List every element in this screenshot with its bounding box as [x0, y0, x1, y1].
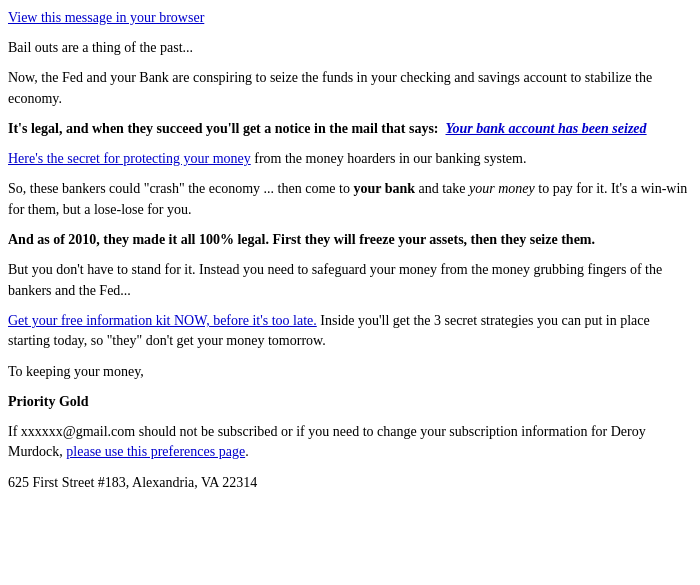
paragraph-2010-legal: And as of 2010, they made it all 100% le… — [8, 230, 692, 250]
paragraph-keeping-money: To keeping your money, — [8, 362, 692, 382]
email-body: View this message in your browser Bail o… — [8, 10, 692, 493]
paragraph-fed-bank: Now, the Fed and your Bank are conspirin… — [8, 68, 692, 109]
paragraph-crash-economy: So, these bankers could "crash" the econ… — [8, 179, 692, 220]
paragraph-secret-protecting: Here's the secret for protecting your mo… — [8, 149, 692, 169]
paragraph-legal-notice: It's legal, and when they succeed you'll… — [8, 119, 692, 139]
bank-account-seized-link[interactable]: Your bank account has been seized — [446, 121, 647, 136]
paragraph-free-kit: Get your free information kit NOW, befor… — [8, 311, 692, 352]
paragraph-unsubscribe: If xxxxxx@gmail.com should not be subscr… — [8, 422, 692, 463]
paragraph-address: 625 First Street #183, Alexandria, VA 22… — [8, 473, 692, 493]
paragraph-priority-gold: Priority Gold — [8, 392, 692, 412]
secret-protecting-money-link[interactable]: Here's the secret for protecting your mo… — [8, 151, 251, 166]
legal-notice-text: It's legal, and when they succeed you'll… — [8, 121, 446, 136]
paragraph-bailouts: Bail outs are a thing of the past... — [8, 38, 692, 58]
paragraph-safeguard: But you don't have to stand for it. Inst… — [8, 260, 692, 301]
preferences-page-link[interactable]: please use this preferences page — [66, 444, 245, 459]
your-bank-bold: your bank — [353, 181, 415, 196]
free-info-kit-link[interactable]: Get your free information kit NOW, befor… — [8, 313, 317, 328]
view-in-browser-link[interactable]: View this message in your browser — [8, 10, 204, 25]
protecting-money-suffix: from the money hoarders in our banking s… — [251, 151, 527, 166]
your-money-italic: your money — [469, 181, 535, 196]
unsubscribe-text-suffix: . — [245, 444, 249, 459]
view-in-browser-link-container: View this message in your browser — [8, 10, 692, 26]
